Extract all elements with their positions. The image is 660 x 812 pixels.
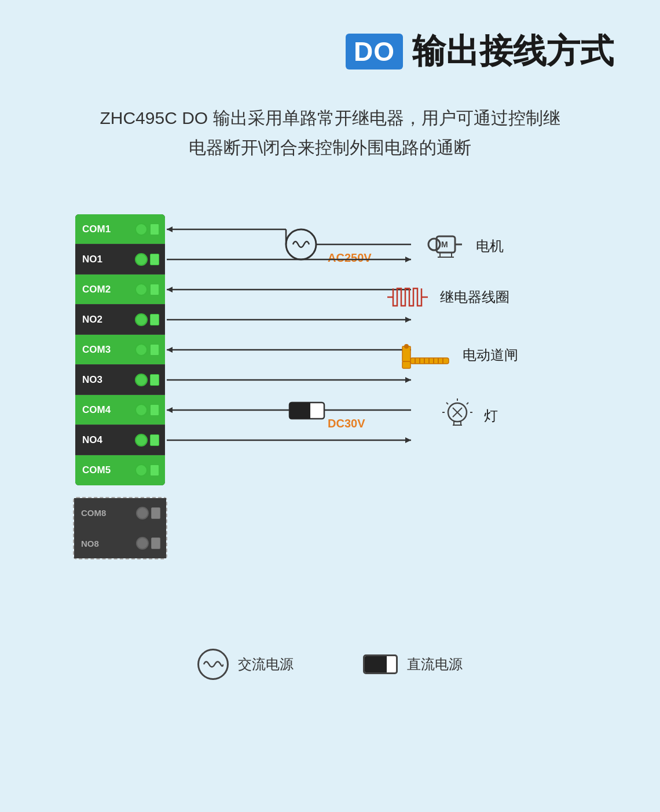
svg-marker-11 [405, 317, 411, 323]
lamp-device: 灯 [440, 398, 498, 433]
label-no2: NO2 [82, 314, 116, 325]
svg-marker-13 [167, 347, 173, 353]
svg-text:DC30V: DC30V [328, 417, 365, 430]
dot-no8 [136, 537, 149, 550]
page-title: DO 输出接线方式 [346, 29, 614, 74]
dot-com3 [135, 343, 148, 356]
label-com3: COM3 [82, 344, 116, 356]
svg-rect-16 [289, 403, 324, 419]
svg-point-43 [404, 344, 409, 349]
terminal-block: COM1 NO1 COM2 NO2 [75, 214, 165, 485]
label-com2: COM2 [82, 284, 116, 295]
rect-no1 [150, 254, 159, 265]
ac-legend-label: 交流电源 [238, 655, 294, 674]
terminal-row-no2: NO2 [75, 305, 165, 335]
svg-line-52 [446, 403, 448, 404]
dot-no4 [135, 434, 148, 447]
optional-rows-box: COM8 NO8 [73, 497, 167, 559]
rect-com3 [150, 344, 159, 356]
svg-marker-9 [167, 287, 173, 292]
label-com8: COM8 [81, 508, 115, 518]
relay-coil-icon [384, 283, 431, 312]
terminal-row-com4: COM4 [75, 395, 165, 425]
rect-no3 [150, 374, 159, 386]
rect-no2 [150, 314, 159, 325]
title-text: 输出接线方式 [412, 29, 614, 74]
label-no3: NO3 [82, 374, 116, 386]
svg-line-53 [467, 403, 468, 404]
rect-no8 [151, 537, 160, 549]
motor-icon: M [426, 226, 467, 266]
label-lamp: 灯 [484, 407, 498, 425]
svg-point-26 [428, 239, 440, 250]
rect-no4 [150, 434, 159, 446]
connector-com4 [135, 404, 159, 416]
ac-symbol-icon [197, 649, 229, 680]
label-motor: 电机 [476, 237, 504, 255]
label-relay: 继电器线圈 [440, 288, 509, 306]
dot-no1 [135, 253, 148, 266]
dc-symbol-icon [363, 654, 398, 674]
subtitle-line1: ZHC495C DO 输出采用单路常开继电器，用户可通过控制继 [46, 103, 614, 133]
terminal-row-com1: COM1 [75, 214, 165, 244]
legend-ac: 交流电源 [197, 649, 294, 680]
svg-text:AC250V: AC250V [328, 251, 372, 264]
dot-com2 [135, 283, 148, 296]
do-badge: DO [346, 34, 403, 70]
terminal-row-com5: COM5 [75, 455, 165, 485]
dot-com1 [135, 223, 148, 236]
subtitle-line2: 电器断开\闭合来控制外围电路的通断 [46, 133, 614, 162]
dc-black-portion [365, 656, 387, 672]
connector-no8 [136, 537, 160, 550]
svg-marker-19 [167, 407, 173, 413]
dc-legend-label: 直流电源 [407, 655, 463, 674]
connector-no4 [135, 434, 159, 447]
rect-com4 [150, 404, 159, 416]
terminal-row-no4: NO4 [75, 425, 165, 455]
svg-point-0 [286, 229, 316, 259]
relay-device: 继电器线圈 [384, 283, 509, 312]
terminal-row-com2: COM2 [75, 275, 165, 305]
subtitle-section: ZHC495C DO 输出采用单路常开继电器，用户可通过控制继 电器断开\闭合来… [0, 86, 660, 162]
connector-com8 [136, 507, 160, 520]
connector-com2 [135, 283, 159, 296]
legend-dc: 直流电源 [363, 649, 463, 680]
terminal-row-no1: NO1 [75, 244, 165, 275]
svg-rect-33 [402, 361, 410, 368]
diagram-area: COM1 NO1 COM2 NO2 [41, 197, 619, 602]
rect-com5 [150, 464, 159, 476]
rect-com1 [150, 224, 159, 235]
header-section: DO 输出接线方式 [0, 0, 660, 86]
connector-com5 [135, 464, 159, 477]
svg-rect-17 [289, 403, 310, 419]
label-gate: 电动道闸 [463, 346, 518, 364]
motor-device: M 电机 [426, 226, 504, 266]
terminal-row-com8: COM8 [74, 498, 166, 528]
dot-no2 [135, 313, 148, 326]
terminal-row-no8: NO8 [74, 528, 166, 558]
terminal-row-com3: COM3 [75, 335, 165, 365]
rect-com8 [151, 507, 160, 519]
svg-text:M: M [441, 240, 448, 249]
rect-com2 [150, 284, 159, 295]
label-no1: NO1 [82, 254, 116, 265]
connector-no1 [135, 253, 159, 266]
gate-icon [401, 341, 453, 370]
legend-section: 交流电源 直流电源 [0, 626, 660, 715]
connector-no3 [135, 374, 159, 386]
dot-no3 [135, 374, 148, 386]
dot-com4 [135, 404, 148, 416]
svg-marker-7 [405, 257, 411, 262]
svg-marker-23 [405, 437, 411, 443]
connector-no2 [135, 313, 159, 326]
gate-device: 电动道闸 [401, 341, 518, 370]
dot-com5 [135, 464, 148, 477]
terminal-row-no3: NO3 [75, 365, 165, 395]
label-com1: COM1 [82, 224, 116, 235]
label-no8: NO8 [81, 539, 115, 548]
label-no4: NO4 [82, 434, 116, 446]
lamp-icon [440, 398, 475, 433]
label-com5: COM5 [82, 464, 116, 476]
dot-com8 [136, 507, 149, 520]
svg-marker-4 [167, 226, 173, 232]
